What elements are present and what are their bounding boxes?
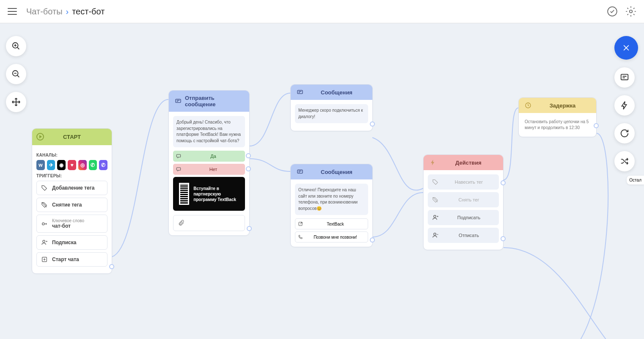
output-port[interactable] — [109, 264, 114, 269]
channel-instagram-icon[interactable]: ◎ — [78, 160, 87, 170]
add-branch-button[interactable] — [614, 151, 635, 171]
channels-row: w ✈ ◉ ♥ ◎ ✆ ✆ — [36, 160, 107, 170]
tag-icon — [432, 179, 439, 185]
node-delay[interactable]: Задержка Остановить работу цепочки на 5 … — [518, 97, 597, 137]
add-delay-button[interactable] — [614, 123, 635, 143]
trigger-add-tag[interactable]: Добавление тега — [36, 181, 107, 195]
output-port[interactable] — [246, 153, 251, 158]
node-header: Сообщения — [291, 85, 372, 100]
user-plus-icon — [432, 214, 439, 221]
action-label: Снять тег — [443, 197, 495, 202]
button-label: TextBack — [305, 222, 365, 226]
reply-yes-button[interactable]: Да — [173, 151, 245, 162]
trigger-chat-start[interactable]: Старт чата — [36, 252, 107, 267]
channel-messenger-icon[interactable]: ◉ — [57, 160, 66, 170]
node-message-1[interactable]: Сообщения Менеджер скоро подключиться к … — [290, 84, 373, 131]
output-port[interactable] — [594, 123, 599, 128]
zoom-out-icon — [11, 69, 21, 79]
svg-rect-12 — [297, 170, 303, 173]
zoom-in-icon — [11, 41, 21, 51]
bolt-icon — [620, 101, 629, 110]
action-add-tag[interactable]: Навесить тег — [428, 174, 499, 190]
action-subscribe[interactable]: Подписать — [428, 210, 499, 225]
delay-text[interactable]: Остановить работу цепочки на 5 минут и п… — [523, 117, 592, 132]
trigger-subscribe[interactable]: Подписка — [36, 235, 107, 250]
breadcrumb-separator: › — [66, 7, 69, 17]
breadcrumb-root[interactable]: Чат-боты — [26, 7, 63, 17]
channel-vk-icon[interactable]: w — [36, 160, 45, 170]
check-circle-icon[interactable] — [607, 6, 618, 17]
trigger-label: Добавление тега — [52, 185, 94, 191]
node-start-header: СТАРТ — [32, 129, 112, 145]
node-actions[interactable]: Действия Навесить тег Снять тег Подписат… — [423, 154, 504, 250]
channel-whatsapp-icon[interactable]: ✆ — [89, 160, 97, 170]
link-button[interactable]: TextBack — [295, 218, 368, 229]
output-port[interactable] — [370, 237, 375, 243]
user-minus-icon — [432, 232, 439, 239]
qr-text: Вступайте в партнерскую программу TextBa… — [193, 186, 239, 202]
right-toolbar — [614, 36, 638, 171]
output-port[interactable] — [247, 226, 252, 231]
qr-attachment[interactable]: Вступайте в партнерскую программу TextBa… — [173, 177, 245, 211]
triggers-label: ТРИГГЕРЫ: — [36, 174, 107, 178]
output-port[interactable] — [246, 166, 251, 171]
trigger-label: Старт чата — [52, 256, 79, 262]
button-label: Да — [184, 154, 242, 159]
node-header: Отправить сообщение — [169, 91, 249, 112]
tag-off-icon — [41, 201, 48, 208]
trigger-keyword[interactable]: Ключевое словочат-бот — [36, 215, 107, 233]
message-icon — [175, 98, 182, 105]
action-label: Отписать — [443, 233, 495, 238]
message-text[interactable]: Отлично! Переходите на наш сайт или звон… — [295, 184, 368, 215]
node-title: Действия — [440, 160, 497, 166]
menu-button[interactable] — [8, 8, 17, 15]
channel-telegram-icon[interactable]: ✈ — [47, 160, 55, 170]
channels-label: КАНАЛЫ: — [36, 153, 107, 157]
add-message-button[interactable] — [614, 67, 635, 88]
output-port[interactable] — [370, 121, 375, 127]
action-remove-tag[interactable]: Снять тег — [428, 192, 499, 207]
chat-icon — [176, 153, 182, 159]
close-button[interactable] — [614, 36, 638, 60]
svg-rect-8 — [176, 99, 181, 102]
svg-point-6 — [43, 240, 45, 243]
trigger-label: Снятие тега — [52, 202, 82, 208]
svg-point-14 — [434, 215, 436, 218]
channel-viber-icon[interactable]: ✆ — [99, 160, 107, 170]
shuffle-icon — [620, 157, 629, 166]
channel-odnoklassniki-icon[interactable]: ♥ — [68, 160, 76, 170]
external-link-icon — [298, 221, 303, 226]
reply-no-button[interactable]: Нет — [173, 164, 245, 175]
add-action-button[interactable] — [614, 95, 635, 116]
move-button[interactable] — [6, 92, 26, 112]
chat-icon — [176, 166, 182, 172]
node-message-2[interactable]: Сообщения Отлично! Переходите на наш сай… — [290, 164, 373, 247]
node-header: Задержка — [519, 98, 596, 113]
trigger-remove-tag[interactable]: Снятие тега — [36, 198, 107, 212]
move-icon — [11, 97, 21, 107]
left-toolbar — [6, 36, 26, 112]
message-icon — [297, 89, 303, 96]
node-title: Отправить сообщение — [185, 95, 243, 107]
action-label: Подписать — [443, 215, 495, 220]
settings-icon[interactable] — [625, 6, 636, 17]
zoom-out-button[interactable] — [6, 64, 26, 84]
attach-button[interactable] — [173, 215, 245, 231]
call-button[interactable]: Позвони мне позвони! — [295, 232, 368, 243]
svg-point-5 — [42, 223, 44, 225]
output-port[interactable] — [501, 236, 506, 241]
play-icon — [36, 133, 44, 141]
action-unsubscribe[interactable]: Отписать — [428, 228, 499, 243]
breadcrumb: Чат-боты › тест-бот — [26, 7, 105, 17]
canvas[interactable]: Остал СТАРТ КАНАЛЫ: w ✈ ◉ ♥ ◎ ✆ ✆ ТРИГГЕ… — [0, 23, 644, 339]
zoom-in-button[interactable] — [6, 36, 26, 56]
side-pill[interactable]: Остал — [627, 176, 644, 185]
node-start[interactable]: СТАРТ КАНАЛЫ: w ✈ ◉ ♥ ◎ ✆ ✆ ТРИГГЕРЫ: До… — [32, 128, 112, 274]
node-send-message[interactable]: Отправить сообщение Добрый день! Спасибо… — [168, 90, 250, 236]
output-port[interactable] — [501, 180, 506, 185]
message-text[interactable]: Добрый день! Спасибо, что зарегистрирова… — [173, 116, 245, 147]
message-text[interactable]: Менеджер скоро подключиться к диалогу! — [295, 104, 368, 123]
svg-point-15 — [434, 233, 436, 235]
svg-rect-10 — [176, 168, 180, 170]
tag-icon — [41, 185, 48, 191]
